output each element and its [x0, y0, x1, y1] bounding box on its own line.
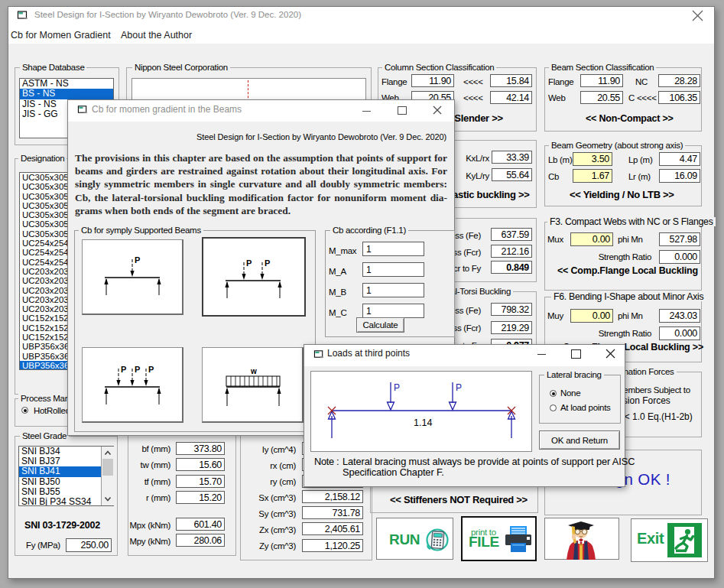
svg-text:P: P: [121, 365, 126, 374]
svg-text:P: P: [135, 365, 140, 374]
svg-text:P: P: [265, 258, 270, 268]
svg-text:P: P: [394, 382, 400, 393]
svg-text:1.14: 1.14: [414, 417, 432, 428]
svg-text:P: P: [135, 255, 140, 265]
svg-text:P: P: [456, 382, 462, 393]
svg-text:P: P: [246, 258, 252, 268]
svg-text:w: w: [250, 367, 257, 375]
svg-text:P: P: [148, 365, 154, 374]
